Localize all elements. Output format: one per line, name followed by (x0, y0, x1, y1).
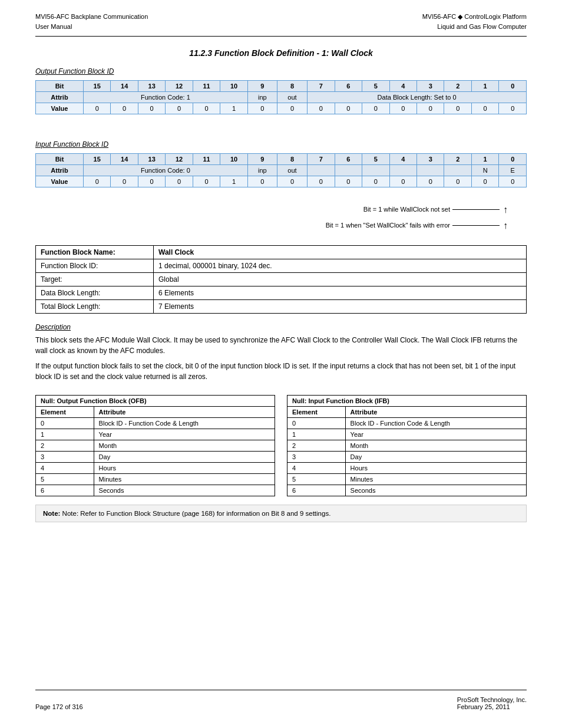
ofb-header-label: Null: Output Function Block (OFB) (36, 396, 275, 407)
ibit-14: 14 (111, 154, 138, 165)
footer-right-line1: ProSoft Technology, Inc. (457, 696, 527, 703)
ifb-table: Null: Input Function Block (IFB)ElementA… (287, 395, 527, 496)
bit-0: 0 (499, 81, 527, 92)
bit-7: 7 (308, 81, 335, 92)
ofb-element: 5 (36, 474, 94, 485)
header-left: MVI56-AFC Backplane Communication User M… (35, 12, 148, 31)
bit-6: 6 (335, 81, 362, 92)
ifb-attribute: Day (345, 452, 526, 463)
ov-5: 1 (220, 103, 247, 114)
value-label: Value (36, 103, 84, 114)
note-bold: Note: (43, 510, 60, 517)
ifb-data-row: 1Year (287, 429, 527, 440)
input-function-code: Function Code: 0 (83, 165, 247, 176)
ibit-5: 5 (362, 154, 389, 165)
info-row: Function Block Name:Wall Clock (36, 246, 527, 259)
ofb-element: 4 (36, 463, 94, 474)
note-content: Note: Refer to Function Block Structure … (62, 510, 331, 517)
ov-15: 0 (499, 103, 527, 114)
header-right-line1: MVI56-AFC ◆ ControlLogix Platform (422, 12, 527, 22)
up-arrow-2: ↑ (503, 218, 508, 233)
input-b3 (417, 165, 444, 176)
header-left-line2: User Manual (35, 22, 148, 32)
iv-15: 0 (499, 176, 527, 187)
ofb-data-row: 5Minutes (36, 474, 275, 485)
note-box: Note: Note: Refer to Function Block Stru… (35, 505, 527, 522)
input-n: N (471, 165, 498, 176)
ifb-data-row: 6Seconds (287, 485, 527, 496)
bit-3: 3 (417, 81, 444, 92)
ifb-element: 5 (287, 474, 346, 485)
ifb-element: 4 (287, 463, 346, 474)
description-title: Description (35, 323, 527, 331)
input-value-row: Value 0 0 0 0 0 1 0 0 0 0 0 0 0 0 0 0 (36, 176, 527, 187)
ofb-data-row: 3Day (36, 452, 275, 463)
bit-13: 13 (138, 81, 165, 92)
description-section: Description This block sets the AFC Modu… (35, 323, 527, 387)
ifb-data-row: 4Hours (287, 463, 527, 474)
ifb-element: 3 (287, 452, 346, 463)
ofb-element: 2 (36, 440, 94, 452)
bit-4: 4 (389, 81, 416, 92)
info-table: Function Block Name:Wall ClockFunction B… (35, 245, 527, 314)
ifb-data-row: 5Minutes (287, 474, 527, 485)
ibit-9: 9 (247, 154, 277, 165)
input-b6 (335, 165, 362, 176)
ofb-attribute: Hours (94, 463, 275, 474)
ov-7: 0 (277, 103, 307, 114)
info-label: Target: (36, 273, 154, 286)
output-value-row: Value 0 0 0 0 0 1 0 0 0 0 0 0 0 0 0 0 (36, 103, 527, 114)
output-attrib-row: Attrib Function Code: 1 inp out Data Blo… (36, 92, 527, 103)
annotation-text-1: Bit = 1 while WallClock not set (363, 204, 450, 215)
input-bit-table: Bit 15 14 13 12 11 10 9 8 7 6 5 4 3 2 1 (35, 153, 527, 187)
ifb-col-label: Element (287, 407, 346, 418)
input-out: out (277, 165, 307, 176)
bit-5: 5 (362, 81, 389, 92)
info-label: Function Block Name: (36, 246, 154, 259)
ibit-2: 2 (444, 154, 471, 165)
page-footer: Page 172 of 316 ProSoft Technology, Inc.… (35, 690, 527, 710)
ofb-attribute: Month (94, 440, 275, 452)
ofb-section-header: Null: Output Function Block (OFB) (36, 396, 275, 407)
bit-9: 9 (247, 81, 277, 92)
page: MVI56-AFC Backplane Communication User M… (0, 0, 562, 728)
iv-7: 0 (277, 176, 307, 187)
ov-0: 0 (83, 103, 110, 114)
iv-2: 0 (138, 176, 165, 187)
ifb-data-row: 0Block ID - Function Code & Length (287, 418, 527, 429)
iv-1: 0 (111, 176, 138, 187)
header-right-line2: Liquid and Gas Flow Computer (422, 22, 527, 32)
annotation-text-2: Bit = 1 when "Set WallClock" fails with … (326, 220, 450, 231)
ofb-data-row: 1Year (36, 429, 275, 440)
output-block-subtitle: Output Function Block ID (35, 67, 527, 75)
info-label: Total Block Length: (36, 300, 154, 314)
input-e: E (499, 165, 527, 176)
input-b5 (362, 165, 389, 176)
ov-14: 0 (471, 103, 498, 114)
ofb-element: 0 (36, 418, 94, 429)
ov-3: 0 (166, 103, 193, 114)
iv-9: 0 (335, 176, 362, 187)
info-value: 1 decimal, 000001 binary, 1024 dec. (154, 259, 527, 273)
ifb-attribute: Hours (345, 463, 526, 474)
bit-15: 15 (83, 81, 110, 92)
ov-8: 0 (308, 103, 335, 114)
input-attrib-row: Attrib Function Code: 0 inp out N E (36, 165, 527, 176)
ofb-data-row: 4Hours (36, 463, 275, 474)
footer-right: ProSoft Technology, Inc. February 25, 20… (457, 696, 527, 710)
ifb-col-label: Attribute (345, 407, 526, 418)
ibit-1: 1 (471, 154, 498, 165)
ifb-element: 6 (287, 485, 346, 496)
ifb-element: 2 (287, 440, 346, 452)
ofb-data-row: 6Seconds (36, 485, 275, 496)
ifb-col-header: ElementAttribute (287, 407, 527, 418)
ov-11: 0 (389, 103, 416, 114)
ifb-attribute: Seconds (345, 485, 526, 496)
input-bit-row: Bit 15 14 13 12 11 10 9 8 7 6 5 4 3 2 1 (36, 154, 527, 165)
page-header: MVI56-AFC Backplane Communication User M… (35, 12, 527, 37)
iv-8: 0 (308, 176, 335, 187)
note-text: Note: Note: Refer to Function Block Stru… (43, 510, 330, 517)
ifb-attribute: Block ID - Function Code & Length (345, 418, 526, 429)
ifb-header-label: Null: Input Function Block (IFB) (287, 396, 527, 407)
input-table-wrapper: Bit 15 14 13 12 11 10 9 8 7 6 5 4 3 2 1 (35, 153, 527, 199)
